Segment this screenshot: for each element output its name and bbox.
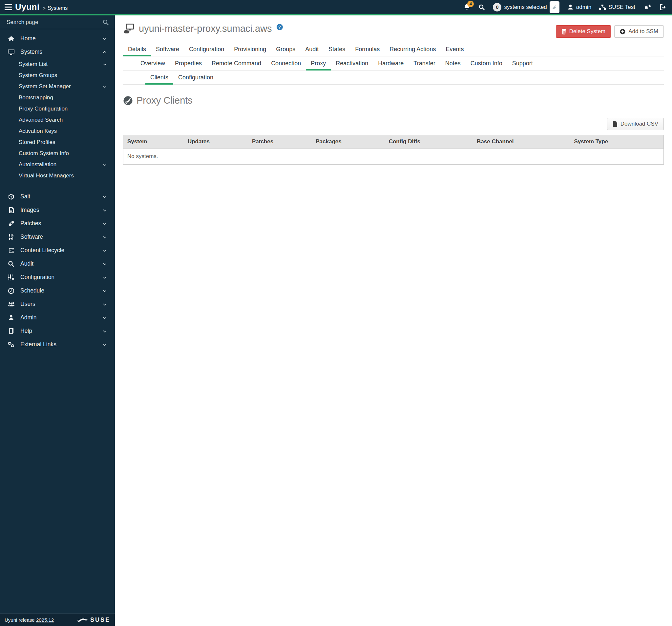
help-icon[interactable]: ? (277, 24, 283, 30)
tab-groups[interactable]: Groups (271, 43, 300, 56)
col-system-type[interactable]: System Type (570, 135, 664, 149)
sidebar-item-software[interactable]: Software (0, 230, 115, 244)
sidebar-subitem-bootstrapping[interactable]: Bootstrapping (0, 92, 115, 103)
breadcrumb[interactable]: Systems (48, 5, 68, 11)
col-packages[interactable]: Packages (312, 135, 385, 149)
subsubtab-configuration[interactable]: Configuration (173, 71, 218, 84)
subtab-support[interactable]: Support (507, 57, 538, 70)
subtab-remote-command[interactable]: Remote Command (207, 57, 266, 70)
subtab-notes[interactable]: Notes (440, 57, 465, 70)
chevron-down-icon (102, 208, 107, 212)
tab-software[interactable]: Software (151, 43, 184, 56)
tab-recurring-actions[interactable]: Recurring Actions (385, 43, 441, 56)
col-system[interactable]: System (123, 135, 184, 149)
subtab-proxy[interactable]: Proxy (306, 57, 331, 70)
chevron-down-icon (102, 316, 107, 320)
tab-provisioning[interactable]: Provisioning (229, 43, 271, 56)
sidebar-subitem-autoinstallation[interactable]: Autoinstallation (0, 159, 115, 170)
hamburger-menu-icon[interactable] (5, 4, 12, 10)
sidebar-item-content-lifecycle[interactable]: Content Lifecycle (0, 244, 115, 257)
clear-selection-button[interactable] (550, 1, 559, 13)
sidebar-item-users[interactable]: Users (0, 297, 115, 311)
chevron-down-icon (102, 248, 107, 253)
sidebar-item-label: Software (20, 233, 43, 240)
tabs-level2: Overview Properties Remote Command Conne… (123, 57, 664, 71)
subtab-overview[interactable]: Overview (136, 57, 170, 70)
tabs-level1: Details Software Configuration Provision… (123, 43, 664, 56)
suse-wordmark: SUSE (90, 617, 110, 623)
sidebar-subitem-virtual-host-managers[interactable]: Virtual Host Managers (0, 170, 115, 181)
sidebar-item-external-links[interactable]: External Links (0, 338, 115, 351)
sidebar-item-help[interactable]: Help (0, 324, 115, 338)
notifications-button[interactable]: 4 (463, 4, 471, 11)
user-menu[interactable]: admin (567, 4, 591, 10)
sidebar-item-systems[interactable]: Systems (0, 45, 115, 59)
selected-count-badge: 0 (493, 3, 501, 11)
sidebar-item-label: Home (20, 35, 36, 42)
chevron-down-icon (102, 235, 107, 240)
release-version-link[interactable]: 2025.12 (36, 617, 54, 623)
col-base-channel[interactable]: Base Channel (473, 135, 570, 149)
add-to-ssm-button[interactable]: Add to SSM (614, 25, 664, 38)
home-icon (7, 35, 15, 42)
plus-circle-icon (620, 29, 625, 34)
subtab-transfer[interactable]: Transfer (409, 57, 440, 70)
tab-configuration[interactable]: Configuration (184, 43, 229, 56)
sliders-icon (7, 234, 15, 240)
col-updates[interactable]: Updates (184, 135, 248, 149)
organization-menu[interactable]: SUSE Test (599, 4, 635, 10)
subtab-properties[interactable]: Properties (170, 57, 207, 70)
sign-out-button[interactable] (659, 4, 666, 10)
tab-details[interactable]: Details (123, 43, 151, 56)
tab-events[interactable]: Events (441, 43, 469, 56)
subtab-custom-info[interactable]: Custom Info (465, 57, 507, 70)
sidebar-item-patches[interactable]: Patches (0, 217, 115, 230)
sidebar-subitem-proxy-configuration[interactable]: Proxy Configuration (0, 103, 115, 115)
selected-count-label: systems selected (504, 4, 547, 10)
subsubtab-clients[interactable]: Clients (145, 71, 173, 84)
sidebar-subitem-system-list[interactable]: System List (0, 59, 115, 70)
sidebar-item-configuration[interactable]: Configuration (0, 271, 115, 284)
chevron-down-icon (102, 302, 107, 307)
header-buttons: Delete System Add to SSM (556, 23, 664, 38)
cube-icon (7, 194, 15, 200)
chevron-down-icon (102, 262, 107, 266)
sidebar-subitem-system-set-manager[interactable]: System Set Manager (0, 81, 115, 92)
col-config-diffs[interactable]: Config Diffs (385, 135, 473, 149)
sidebar-search-input[interactable] (6, 19, 102, 26)
main-content: uyuni-master-proxy.sumaci.aws ? Delete S… (115, 16, 672, 626)
download-csv-button[interactable]: Download CSV (607, 118, 664, 130)
image-file-icon (7, 207, 15, 214)
sidebar-item-audit[interactable]: Audit (0, 257, 115, 271)
tab-states[interactable]: States (323, 43, 350, 56)
brand-logo[interactable]: Uyuni (15, 2, 40, 12)
user-name: admin (576, 4, 591, 10)
csv-file-icon (613, 121, 618, 127)
sidebar-subitem-stored-profiles[interactable]: Stored Profiles (0, 137, 115, 148)
chevron-down-icon (103, 84, 107, 89)
sidebar-item-home[interactable]: Home (0, 32, 115, 45)
tab-audit[interactable]: Audit (300, 43, 323, 56)
sidebar-subitem-system-groups[interactable]: System Groups (0, 70, 115, 81)
sidebar-search-icon[interactable] (102, 19, 109, 26)
title-wrap: uyuni-master-proxy.sumaci.aws ? (123, 23, 283, 34)
global-search-button[interactable] (478, 4, 485, 10)
subtab-hardware[interactable]: Hardware (373, 57, 409, 70)
users-icon (7, 301, 15, 307)
settings-button[interactable] (643, 4, 652, 11)
sidebar-item-admin[interactable]: Admin (0, 311, 115, 324)
sidebar-subitem-custom-system-info[interactable]: Custom System Info (0, 148, 115, 159)
subtab-reactivation[interactable]: Reactivation (331, 57, 373, 70)
sidebar-subitem-activation-keys[interactable]: Activation Keys (0, 126, 115, 137)
tab-formulas[interactable]: Formulas (350, 43, 385, 56)
sidebar-subitem-advanced-search[interactable]: Advanced Search (0, 115, 115, 126)
delete-system-button[interactable]: Delete System (556, 25, 611, 38)
chevron-up-icon (102, 50, 107, 54)
sidebar-item-images[interactable]: Images (0, 203, 115, 217)
sidebar-item-schedule[interactable]: Schedule (0, 284, 115, 297)
sidebar-item-salt[interactable]: Salt (0, 190, 115, 203)
topbar-brand-area: Uyuni > Systems (5, 2, 68, 12)
sidebar: Home Systems System List System Groups (0, 16, 115, 626)
subtab-connection[interactable]: Connection (266, 57, 306, 70)
col-patches[interactable]: Patches (248, 135, 312, 149)
